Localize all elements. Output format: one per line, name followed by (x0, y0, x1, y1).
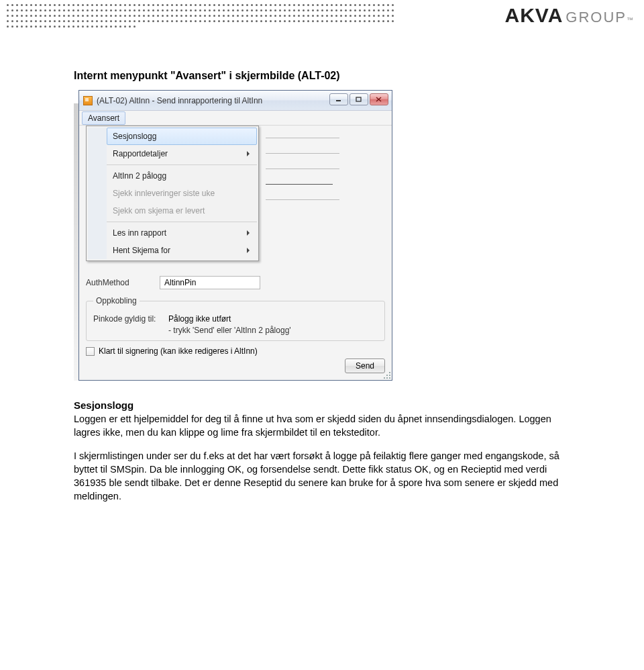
menu-item-label: Sjekk om skjema er levert (113, 206, 205, 216)
menu-separator (107, 222, 257, 222)
window-titlebar[interactable]: (ALT-02) AltInn - Send innrapportering t… (79, 91, 392, 111)
group-legend: Oppkobling (93, 296, 140, 305)
pin-status-line2: - trykk 'Send' eller 'AltInn 2 pålogg' (168, 326, 378, 335)
resize-grip-icon[interactable] (382, 371, 390, 379)
screenshot-wrapper: (ALT-02) AltInn - Send innrapportering t… (74, 90, 570, 381)
chevron-right-icon (247, 248, 250, 253)
field-authmethod: AuthMethod (86, 276, 385, 289)
logo-suffix: GROUP (566, 9, 627, 26)
menu-item-les-inn-rapport[interactable]: Les inn rapport (107, 224, 257, 242)
menu-item-hent-skjema-for[interactable]: Hent Skjema for (107, 242, 257, 259)
obscured-fields (266, 134, 339, 295)
chevron-right-icon (247, 230, 250, 236)
menu-item-rapportdetaljer[interactable]: Rapportdetaljer (107, 145, 257, 162)
menu-item-label: Sjekk innleveringer siste uke (113, 189, 215, 198)
checkbox-klart-signering-row: Klart til signering (kan ikke redigeres … (86, 346, 385, 356)
menu-item-sjekk-skjema-levert: Sjekk om skjema er levert (107, 202, 257, 220)
close-icon (376, 97, 382, 102)
logo-tm: ™ (627, 16, 633, 23)
menu-avansert[interactable]: Avansert (82, 111, 125, 125)
page-header: AKVA GROUP ™ (0, 0, 644, 32)
header-dots (7, 4, 396, 28)
page-title: Internt menypunkt "Avansert" i skjermbil… (74, 70, 570, 82)
menubar: Avansert (79, 111, 392, 126)
group-oppkobling: Oppkobling Pinkode gyldig til: Pålogg ik… (86, 296, 385, 341)
svg-rect-1 (356, 97, 361, 101)
paragraph-1: Loggen er ett hjelpemiddel for deg til å… (74, 412, 570, 440)
menu-item-label: Hent Skjema for (113, 246, 170, 255)
brand-logo: AKVA GROUP ™ (505, 4, 633, 27)
authmethod-input[interactable] (160, 276, 260, 289)
pin-status-line1: Pålogg ikke utført (168, 314, 231, 324)
maximize-icon (356, 97, 362, 102)
app-window: (ALT-02) AltInn - Send innrapportering t… (78, 90, 392, 381)
maximize-button[interactable] (350, 93, 368, 105)
menu-separator (107, 164, 257, 165)
menu-item-label: AltInn 2 pålogg (113, 171, 166, 181)
close-button[interactable] (370, 93, 388, 105)
menu-item-sesjonslogg[interactable]: Sesjonslogg (107, 128, 257, 145)
checkbox-klart-signering[interactable] (86, 347, 95, 356)
menu-item-label: Les inn rapport (113, 228, 166, 238)
menu-item-label: Rapportdetaljer (113, 149, 168, 158)
window-controls (329, 93, 388, 105)
logo-brand: AKVA (505, 4, 564, 27)
dropdown-avansert: Sesjonslogg Rapportdetaljer AltInn 2 pål… (86, 126, 259, 261)
paragraph-2: I skjermlistingen under ser du f.eks at … (74, 449, 570, 504)
chevron-right-icon (247, 151, 250, 156)
window-title: (ALT-02) AltInn - Send innrapportering t… (97, 96, 262, 105)
minimize-icon (335, 97, 342, 102)
checkbox-label: Klart til signering (kan ikke redigeres … (99, 346, 258, 356)
document-body: Internt menypunkt "Avansert" i skjermbil… (0, 32, 644, 540)
app-icon (83, 96, 93, 105)
menu-item-altinn2-palogg[interactable]: AltInn 2 pålogg (107, 167, 257, 185)
section-heading: Sesjonslogg (74, 399, 570, 411)
menu-item-label: Sesjonslogg (113, 132, 156, 141)
menu-item-sjekk-innleveringer: Sjekk innleveringer siste uke (107, 185, 257, 202)
send-button[interactable]: Send (345, 358, 385, 373)
field-label: AuthMethod (86, 278, 160, 287)
minimize-button[interactable] (329, 93, 348, 105)
pin-label: Pinkode gyldig til: (93, 314, 168, 324)
